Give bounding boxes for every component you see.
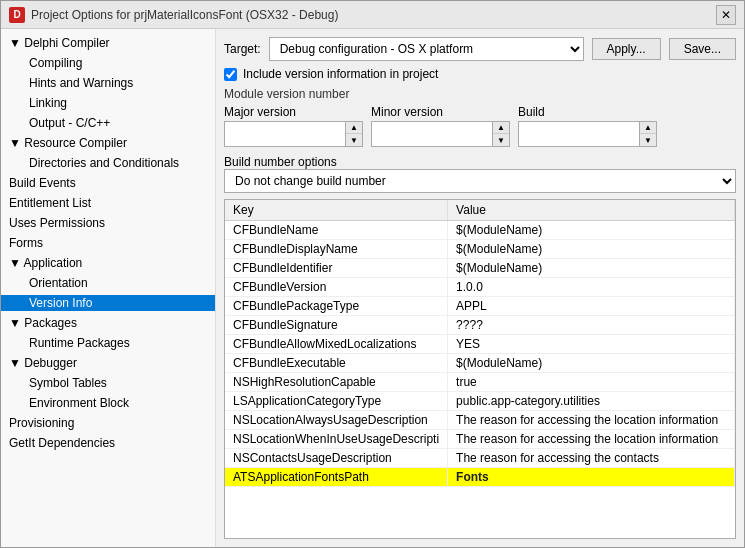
minor-version-label: Minor version bbox=[371, 105, 510, 119]
right-panel: Target: Debug configuration - OS X platf… bbox=[216, 29, 744, 547]
major-version-label: Major version bbox=[224, 105, 363, 119]
build-options-label: Build number options bbox=[224, 155, 736, 169]
sidebar-item-label-debugger: ▼ Debugger bbox=[1, 355, 215, 371]
sidebar-item-label-application: ▼ Application bbox=[1, 255, 215, 271]
sidebar-item-label-environment-block: Environment Block bbox=[1, 395, 215, 411]
sidebar-item-label-resource-compiler: ▼ Resource Compiler bbox=[1, 135, 215, 151]
sidebar-item-hints-warnings[interactable]: Hints and Warnings bbox=[1, 73, 215, 93]
sidebar-item-getit-dependencies[interactable]: GetIt Dependencies bbox=[1, 433, 215, 453]
sidebar-item-label-symbol-tables: Symbol Tables bbox=[1, 375, 215, 391]
close-button[interactable]: ✕ bbox=[716, 5, 736, 25]
major-down-btn[interactable]: ▼ bbox=[346, 134, 362, 146]
table-cell-value: YES bbox=[448, 335, 735, 354]
table-cell-key: CFBundlePackageType bbox=[225, 297, 448, 316]
table-cell-value: 1.0.0 bbox=[448, 278, 735, 297]
sidebar-item-version-info[interactable]: Version Info bbox=[1, 293, 215, 313]
sidebar-item-label-linking: Linking bbox=[1, 95, 215, 111]
sidebar-item-forms[interactable]: Forms bbox=[1, 233, 215, 253]
minor-up-btn[interactable]: ▲ bbox=[493, 122, 509, 134]
sidebar-item-directories-conditionals[interactable]: Directories and Conditionals bbox=[1, 153, 215, 173]
target-label: Target: bbox=[224, 42, 261, 56]
table-cell-value: public.app-category.utilities bbox=[448, 392, 735, 411]
minor-version-field: Minor version 0 ▲ ▼ bbox=[371, 105, 510, 147]
sidebar-item-application[interactable]: ▼ Application bbox=[1, 253, 215, 273]
sidebar-item-runtime-packages[interactable]: Runtime Packages bbox=[1, 333, 215, 353]
table-row[interactable]: LSApplicationCategoryTypepublic.app-cate… bbox=[225, 392, 735, 411]
sidebar-item-provisioning[interactable]: Provisioning bbox=[1, 413, 215, 433]
sidebar-item-linking[interactable]: Linking bbox=[1, 93, 215, 113]
table-row[interactable]: CFBundleDisplayName$(ModuleName) bbox=[225, 240, 735, 259]
sidebar-tree: ▼ Delphi CompilerCompilingHints and Warn… bbox=[1, 29, 216, 547]
table-row[interactable]: ATSApplicationFontsPathFonts bbox=[225, 468, 735, 487]
sidebar-item-label-getit-dependencies: GetIt Dependencies bbox=[1, 435, 215, 451]
build-version-spinner: 0 ▲ ▼ bbox=[518, 121, 657, 147]
sidebar-item-entitlement-list[interactable]: Entitlement List bbox=[1, 193, 215, 213]
table-cell-key: CFBundleVersion bbox=[225, 278, 448, 297]
sidebar-item-environment-block[interactable]: Environment Block bbox=[1, 393, 215, 413]
target-select[interactable]: Debug configuration - OS X platform bbox=[269, 37, 584, 61]
table-cell-key: NSContactsUsageDescription bbox=[225, 449, 448, 468]
sidebar-item-label-version-info: Version Info bbox=[1, 295, 215, 311]
table-cell-value: $(ModuleName) bbox=[448, 354, 735, 373]
build-down-btn[interactable]: ▼ bbox=[640, 134, 656, 146]
table-cell-key: NSHighResolutionCapable bbox=[225, 373, 448, 392]
sidebar-item-label-directories-conditionals: Directories and Conditionals bbox=[1, 155, 215, 171]
major-version-field: Major version 1 ▲ ▼ bbox=[224, 105, 363, 147]
include-version-checkbox[interactable] bbox=[224, 68, 237, 81]
sidebar-item-label-entitlement-list: Entitlement List bbox=[1, 195, 215, 211]
version-info-table: Key Value CFBundleName$(ModuleName)CFBun… bbox=[224, 199, 736, 539]
sidebar-item-resource-compiler[interactable]: ▼ Resource Compiler bbox=[1, 133, 215, 153]
sidebar-item-packages[interactable]: ▼ Packages bbox=[1, 313, 215, 333]
major-up-btn[interactable]: ▲ bbox=[346, 122, 362, 134]
table-row[interactable]: CFBundleSignature???? bbox=[225, 316, 735, 335]
table-cell-value: Fonts bbox=[448, 468, 735, 487]
col-header-key: Key bbox=[225, 200, 448, 221]
app-icon: D bbox=[9, 7, 25, 23]
target-row: Target: Debug configuration - OS X platf… bbox=[224, 37, 736, 61]
minor-down-btn[interactable]: ▼ bbox=[493, 134, 509, 146]
sidebar-item-label-uses-permissions: Uses Permissions bbox=[1, 215, 215, 231]
table-cell-key: NSLocationAlwaysUsageDescription bbox=[225, 411, 448, 430]
major-version-input[interactable]: 1 bbox=[225, 122, 345, 146]
table-row[interactable]: CFBundleVersion1.0.0 bbox=[225, 278, 735, 297]
sidebar-item-compiling[interactable]: Compiling bbox=[1, 53, 215, 73]
build-version-input[interactable]: 0 bbox=[519, 122, 639, 146]
sidebar-item-label-hints-warnings: Hints and Warnings bbox=[1, 75, 215, 91]
title-bar-left: D Project Options for prjMaterialIconsFo… bbox=[9, 7, 338, 23]
minor-version-input[interactable]: 0 bbox=[372, 122, 492, 146]
table-row[interactable]: CFBundleIdentifier$(ModuleName) bbox=[225, 259, 735, 278]
sidebar-item-output-c[interactable]: Output - C/C++ bbox=[1, 113, 215, 133]
save-button[interactable]: Save... bbox=[669, 38, 736, 60]
table-cell-key: CFBundleDisplayName bbox=[225, 240, 448, 259]
table-row[interactable]: CFBundleAllowMixedLocalizationsYES bbox=[225, 335, 735, 354]
table-row[interactable]: CFBundlePackageTypeAPPL bbox=[225, 297, 735, 316]
table-row[interactable]: NSHighResolutionCapabletrue bbox=[225, 373, 735, 392]
build-up-btn[interactable]: ▲ bbox=[640, 122, 656, 134]
sidebar-item-orientation[interactable]: Orientation bbox=[1, 273, 215, 293]
table-cell-key: CFBundleIdentifier bbox=[225, 259, 448, 278]
sidebar-item-delphi-compiler[interactable]: ▼ Delphi Compiler bbox=[1, 33, 215, 53]
build-options-section: Build number options Do not change build… bbox=[224, 153, 736, 193]
sidebar-item-label-packages: ▼ Packages bbox=[1, 315, 215, 331]
table-row[interactable]: CFBundleName$(ModuleName) bbox=[225, 221, 735, 240]
table-row[interactable]: NSLocationWhenInUseUsageDescriptiThe rea… bbox=[225, 430, 735, 449]
table-cell-key: CFBundleAllowMixedLocalizations bbox=[225, 335, 448, 354]
table-header-row: Key Value bbox=[225, 200, 735, 221]
table-cell-value: The reason for accessing the contacts bbox=[448, 449, 735, 468]
table-row[interactable]: NSLocationAlwaysUsageDescriptionThe reas… bbox=[225, 411, 735, 430]
sidebar-item-debugger[interactable]: ▼ Debugger bbox=[1, 353, 215, 373]
info-table: Key Value CFBundleName$(ModuleName)CFBun… bbox=[225, 200, 735, 487]
sidebar-item-uses-permissions[interactable]: Uses Permissions bbox=[1, 213, 215, 233]
sidebar-item-label-compiling: Compiling bbox=[1, 55, 215, 71]
sidebar-item-build-events[interactable]: Build Events bbox=[1, 173, 215, 193]
table-row[interactable]: NSContactsUsageDescriptionThe reason for… bbox=[225, 449, 735, 468]
sidebar-item-symbol-tables[interactable]: Symbol Tables bbox=[1, 373, 215, 393]
build-version-label: Build bbox=[518, 105, 657, 119]
sidebar-item-label-provisioning: Provisioning bbox=[1, 415, 215, 431]
include-version-row: Include version information in project bbox=[224, 67, 736, 81]
col-header-value: Value bbox=[448, 200, 735, 221]
apply-button[interactable]: Apply... bbox=[592, 38, 661, 60]
major-version-spinner: 1 ▲ ▼ bbox=[224, 121, 363, 147]
table-row[interactable]: CFBundleExecutable$(ModuleName) bbox=[225, 354, 735, 373]
build-options-select[interactable]: Do not change build numberIncrement buil… bbox=[224, 169, 736, 193]
